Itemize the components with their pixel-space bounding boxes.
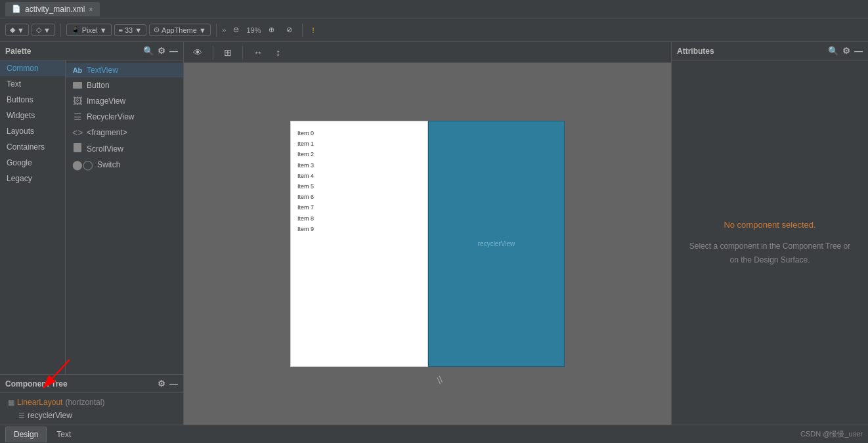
file-icon: 📄: [12, 5, 21, 13]
layout-items: Item 0 Item 1 Item 2 Item 3 Item 4 Item …: [291, 121, 427, 241]
palette-item-button[interactable]: Button: [66, 77, 183, 93]
resize-handle[interactable]: //: [435, 374, 445, 385]
component-tree-settings-icon[interactable]: ⚙: [158, 379, 165, 389]
zoom-in-button[interactable]: ⊕: [264, 24, 279, 36]
orientation-icon: ◇: [36, 26, 41, 34]
palette-header: Palette 🔍 ⚙ —: [0, 42, 183, 60]
toolbar-sep-2: [216, 24, 217, 37]
palette-header-actions: 🔍 ⚙ —: [143, 46, 178, 56]
canvas-item-7: Item 7: [297, 202, 421, 213]
recyclerview-icon: ☰: [72, 112, 83, 122]
fragment-icon: <>: [72, 127, 83, 138]
recyclerview-label: recyclerView: [478, 240, 515, 247]
canvas-eye-button[interactable]: 👁: [189, 46, 206, 59]
toolbar-sep-1: [60, 24, 61, 37]
attributes-search-icon[interactable]: 🔍: [828, 46, 838, 56]
palette-item-scrollview-label: ScrollView: [87, 144, 123, 154]
zoom-out-button[interactable]: ⊖: [228, 24, 244, 36]
api-dropdown[interactable]: ≡ 33 ▼: [114, 24, 147, 36]
theme-label: AppTheme: [162, 26, 197, 34]
tree-recyclerview-icon: ☰: [18, 411, 25, 420]
scrollview-icon: [72, 143, 83, 154]
canvas-grid-button[interactable]: ⊞: [220, 46, 236, 59]
palette-item-switch-label: Switch: [97, 160, 120, 169]
component-tree-minimize-icon[interactable]: —: [169, 379, 178, 389]
eye-icon: 👁: [193, 47, 202, 58]
device-dropdown[interactable]: 📱 Pixel ▼: [66, 24, 112, 36]
device-label: Pixel: [82, 26, 98, 34]
textview-icon: Ab: [72, 66, 83, 74]
v-arrow-icon: ↕: [276, 47, 280, 58]
attributes-settings-icon[interactable]: ⚙: [842, 46, 850, 56]
palette-item-scrollview[interactable]: ScrollView: [66, 140, 183, 157]
palette-item-switch[interactable]: ⬤◯ Switch: [66, 157, 183, 173]
canvas-h-arrow-button[interactable]: ↔: [250, 46, 267, 59]
recyclerview-block: recyclerView: [428, 121, 565, 367]
palette-category-buttons[interactable]: Buttons: [0, 92, 65, 108]
close-tab-button[interactable]: ×: [89, 5, 93, 13]
canvas-sep-1: [213, 46, 213, 59]
red-arrow: [30, 356, 83, 398]
zoom-fit-icon: ⊘: [286, 26, 292, 34]
file-tab[interactable]: 📄 activity_main.xml ×: [5, 2, 100, 16]
no-component-primary: No component selected.: [724, 217, 815, 232]
palette-category-layouts[interactable]: Layouts: [0, 123, 65, 139]
palette-item-imageview[interactable]: 🖼 ImageView: [66, 93, 183, 109]
attributes-header-actions: 🔍 ⚙ —: [828, 46, 863, 56]
canvas-toolbar: 👁 ⊞ ↔ ↕: [184, 42, 671, 63]
palette-category-widgets[interactable]: Widgets: [0, 108, 65, 123]
design-tab-label: Design: [14, 430, 38, 439]
main-toolbar: ◆ ▼ ◇ ▼ 📱 Pixel ▼ ≡ 33 ▼ ⊙ AppTheme ▼ » …: [0, 18, 868, 42]
attributes-minimize-icon[interactable]: —: [854, 46, 863, 56]
imageview-icon: 🖼: [72, 96, 83, 106]
bottom-tab-design[interactable]: Design: [5, 427, 47, 442]
palette-item-fragment[interactable]: <> <fragment>: [66, 125, 183, 140]
tree-item-recyclerview[interactable]: ☰ recyclerView: [5, 409, 178, 422]
canvas-item-6: Item 6: [297, 192, 421, 202]
palette-category-containers[interactable]: Containers: [0, 139, 65, 155]
zoom-level: 19%: [246, 26, 261, 34]
zoom-out-icon: ⊖: [233, 26, 239, 34]
phone-screen-left: Item 0 Item 1 Item 2 Item 3 Item 4 Item …: [290, 121, 428, 367]
orientation-arrow: ▼: [43, 26, 51, 34]
view-mode-dropdown[interactable]: ◆ ▼: [5, 24, 29, 36]
device-frame: Item 0 Item 1 Item 2 Item 3 Item 4 Item …: [290, 121, 565, 367]
palette-category-text[interactable]: Text: [0, 76, 65, 92]
button-icon: [72, 80, 83, 91]
canvas-item-4: Item 4: [297, 171, 421, 181]
bottom-right-text: CSDN @慢慢_user: [800, 429, 863, 439]
palette-category-google[interactable]: Google: [0, 155, 65, 171]
toolbar-sep-3: [302, 24, 303, 37]
palette-search-icon[interactable]: 🔍: [143, 46, 154, 56]
file-name: activity_main.xml: [25, 5, 85, 14]
palette-item-fragment-label: <fragment>: [87, 128, 127, 137]
palette-category-common[interactable]: Common: [0, 60, 65, 76]
view-mode-icon: ◆: [10, 26, 15, 34]
palette-item-textview[interactable]: Ab TextView: [66, 63, 183, 77]
bottom-tab-text[interactable]: Text: [48, 427, 79, 442]
main-layout: Palette 🔍 ⚙ — Common Text Buttons Widget…: [0, 42, 868, 425]
palette-minimize-icon[interactable]: —: [169, 46, 178, 56]
bottom-tabs: Design Text: [5, 427, 79, 442]
tree-item-linearlayout[interactable]: ▦ LinearLayout (horizontal): [5, 396, 178, 409]
bottom-bar: Design Text CSDN @慢慢_user: [0, 425, 868, 443]
view-mode-arrow: ▼: [17, 26, 24, 34]
theme-dropdown[interactable]: ⊙ AppTheme ▼: [149, 24, 211, 36]
warning-button[interactable]: !: [308, 24, 319, 36]
palette-categories: Common Text Buttons Widgets Layouts Cont…: [0, 60, 66, 374]
palette-item-recyclerview[interactable]: ☰ RecyclerView: [66, 109, 183, 125]
switch-icon: ⬤◯: [72, 159, 93, 170]
palette-item-textview-label: TextView: [87, 66, 118, 75]
canvas-area[interactable]: Item 0 Item 1 Item 2 Item 3 Item 4 Item …: [184, 63, 671, 425]
palette-item-recyclerview-label: RecyclerView: [87, 112, 134, 121]
canvas-v-arrow-button[interactable]: ↕: [272, 46, 284, 59]
palette-item-imageview-label: ImageView: [87, 96, 125, 106]
orientation-dropdown[interactable]: ◇ ▼: [32, 24, 55, 36]
linearlayout-label: LinearLayout: [17, 398, 62, 407]
palette-settings-icon[interactable]: ⚙: [158, 46, 165, 56]
zoom-fit-button[interactable]: ⊘: [282, 24, 297, 36]
text-tab-label: Text: [56, 430, 71, 439]
palette-panel: Palette 🔍 ⚙ — Common Text Buttons Widget…: [0, 42, 183, 374]
palette-category-legacy[interactable]: Legacy: [0, 171, 65, 186]
api-icon: ≡: [119, 26, 123, 34]
